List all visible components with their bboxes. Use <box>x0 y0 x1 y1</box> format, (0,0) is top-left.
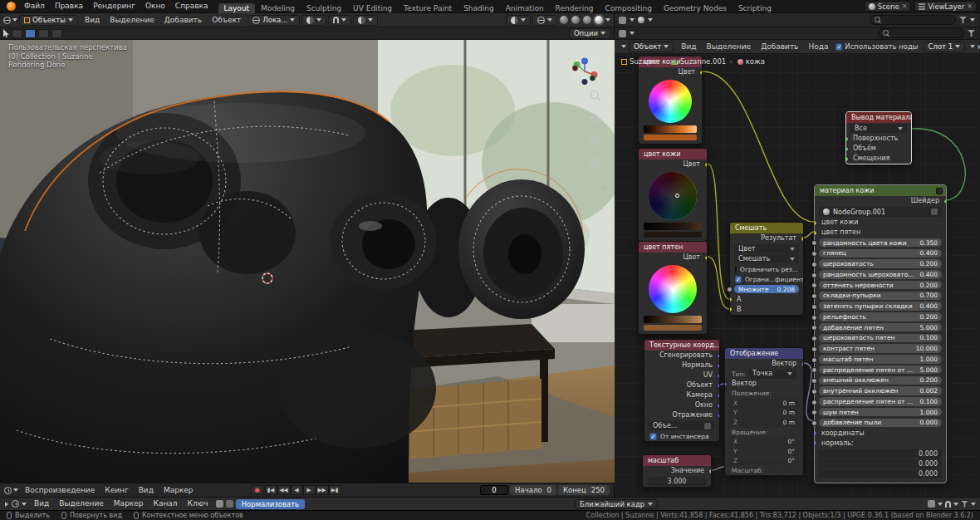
viewport-3d[interactable]: Пользовательская перспектива(0) Collecti… <box>0 40 615 483</box>
workspace-tab[interactable]: Scripting <box>733 3 777 13</box>
node-skin-color-picker[interactable]: цвет кожи Цвет <box>638 56 703 145</box>
dopesheet-editor-icon[interactable] <box>12 500 19 508</box>
select-circle-button[interactable] <box>38 29 49 38</box>
shader-editor-caret-icon[interactable] <box>621 45 626 48</box>
playback-button[interactable]: ▶▶ <box>316 485 329 495</box>
group-slider[interactable]: складки-пупырки0.700 <box>819 292 942 301</box>
color-output-socket[interactable] <box>704 162 707 168</box>
group-slider[interactable]: масштаб пятен1.000 <box>819 355 942 364</box>
node-skin-material-group[interactable]: материал кожи Шейдер NodeGroup.001 цвет … <box>814 184 947 483</box>
node-canvas[interactable]: SuzanneSuzanne.001кожа цвет кожи Цвет цв… <box>615 54 979 497</box>
workspace-tab[interactable]: Sculpting <box>301 3 347 13</box>
editor-icon[interactable] <box>619 17 626 24</box>
select-box-button[interactable] <box>25 29 36 38</box>
node-header[interactable]: цвет кожи <box>639 149 707 159</box>
value-input-socket[interactable] <box>811 357 817 363</box>
location-axis-field[interactable]: Z0 m <box>729 418 799 427</box>
vector-output-socket[interactable] <box>801 361 803 367</box>
shader-menu-item[interactable]: Нода <box>803 41 833 53</box>
pivot-point[interactable] <box>301 15 326 26</box>
timeline-menu-item[interactable]: Маркер <box>159 484 198 497</box>
breadcrumb-item[interactable]: Suzanne <box>621 57 659 66</box>
value-output-socket[interactable] <box>708 468 711 474</box>
shader-menu-item[interactable]: Добавить <box>756 41 803 53</box>
shading-material-button[interactable] <box>583 16 591 24</box>
value-input-socket[interactable] <box>811 378 817 384</box>
menu-item[interactable]: Окно <box>140 0 170 12</box>
rotation-axis-field[interactable]: Y0° <box>729 447 799 456</box>
filter-icon[interactable] <box>959 17 967 23</box>
dopesheet-menu-item[interactable]: Ключ <box>183 498 213 510</box>
node-skin-color[interactable]: цвет кожи Цвет <box>638 148 708 242</box>
spot-color-input-socket[interactable] <box>815 230 817 236</box>
normal-input-socket[interactable] <box>815 440 817 446</box>
skin-color-input-socket[interactable] <box>815 220 817 226</box>
active-tool-icon[interactable] <box>3 29 9 37</box>
value-field[interactable]: 3.000 <box>647 477 707 486</box>
node-header[interactable]: цвет пятен <box>639 242 707 253</box>
node-output-material[interactable]: Вывод материала Все ПоверхностьОбъёмСмещ… <box>845 111 912 164</box>
group-slider[interactable]: распределение пятен от окклюжен5.000 <box>819 365 942 375</box>
group-slider[interactable]: затенять пупырки складки0.400 <box>819 302 942 311</box>
vector-output-socket[interactable] <box>717 403 719 409</box>
shader-type-selector[interactable]: Объект <box>629 42 674 52</box>
playback-button[interactable]: ▮◀ <box>265 485 277 495</box>
value-slider[interactable] <box>644 316 702 323</box>
shader-input-socket[interactable] <box>846 136 849 142</box>
node-header[interactable]: Вывод материала <box>846 112 911 123</box>
expand-icon[interactable] <box>5 502 8 507</box>
playback-button[interactable]: ◀ <box>291 485 303 495</box>
shader-input-socket[interactable] <box>846 146 849 152</box>
factor-input-socket[interactable] <box>727 287 733 292</box>
value-input-socket[interactable] <box>811 400 817 405</box>
output-target-dropdown[interactable]: Все <box>850 124 907 133</box>
color-wheel[interactable] <box>649 80 692 123</box>
group-slider[interactable]: глянец0.400 <box>819 249 942 258</box>
transform-orientation[interactable]: Лока... <box>247 15 300 26</box>
color-wheel[interactable] <box>649 172 697 220</box>
playback-button[interactable]: ▶▮ <box>329 485 341 495</box>
value-input-socket[interactable] <box>811 262 817 267</box>
shading-solid-button[interactable] <box>571 16 580 24</box>
timeline-editor-icon[interactable] <box>4 487 12 494</box>
viewport-render[interactable] <box>0 40 615 483</box>
use-nodes-checkbox[interactable] <box>835 43 842 51</box>
playback-button[interactable]: ◀◀ <box>277 485 291 495</box>
b-input-socket[interactable] <box>730 307 733 312</box>
mode-selector[interactable]: Объекты <box>19 15 78 26</box>
blender-logo-icon[interactable] <box>7 2 16 11</box>
workspace-tab[interactable]: Rendering <box>550 3 600 13</box>
value-input-socket[interactable] <box>811 346 817 352</box>
menu-item[interactable]: Файл <box>19 0 50 12</box>
vector-output-socket[interactable] <box>717 393 719 399</box>
snap-mode-dropdown[interactable]: Ближайший кадр <box>575 499 658 509</box>
normal-value-field[interactable]: 0.000 <box>819 449 942 459</box>
factor-slider[interactable]: Множите0.208 <box>734 285 799 294</box>
dopesheet-menu-item[interactable]: Вид <box>29 498 54 510</box>
node-header[interactable]: Отображение <box>725 348 803 359</box>
shader-menu-item[interactable]: Выделение <box>702 41 757 53</box>
vector-output-socket[interactable] <box>717 413 719 419</box>
breadcrumb-item[interactable]: кожа <box>729 57 765 66</box>
group-slider[interactable]: шероховатость пятен0.100 <box>819 334 942 343</box>
rotation-axis-field[interactable]: Z0° <box>729 457 799 466</box>
value-input-socket[interactable] <box>811 282 817 288</box>
nodegroup-selector[interactable]: NodeGroup.001 <box>819 207 942 217</box>
unlink-scene-icon[interactable]: × <box>902 2 908 10</box>
menu-item[interactable]: Правка <box>50 0 88 12</box>
dopesheet-menu-item[interactable]: Выделение <box>54 498 109 510</box>
filter-channels-caret-icon[interactable] <box>971 503 976 506</box>
clamp-result-checkbox[interactable] <box>735 266 737 273</box>
value-slider[interactable] <box>644 125 697 133</box>
from-instancer-checkbox[interactable] <box>649 433 657 440</box>
shader-output-socket[interactable] <box>943 199 946 204</box>
workspace-tab[interactable]: Modeling <box>255 3 301 13</box>
workspace-tab[interactable]: Compositing <box>600 3 658 13</box>
visibility-dropdown[interactable] <box>506 15 531 26</box>
color-swatch[interactable] <box>644 232 702 238</box>
mix-data-type-dropdown[interactable]: Цвет <box>734 244 799 253</box>
vector-output-socket[interactable] <box>717 383 719 389</box>
viewport-menu-item[interactable]: Выделение <box>105 14 159 27</box>
filter-caret-icon[interactable] <box>970 18 975 22</box>
timeline-menu-item[interactable]: Воспроизведение <box>20 484 100 497</box>
